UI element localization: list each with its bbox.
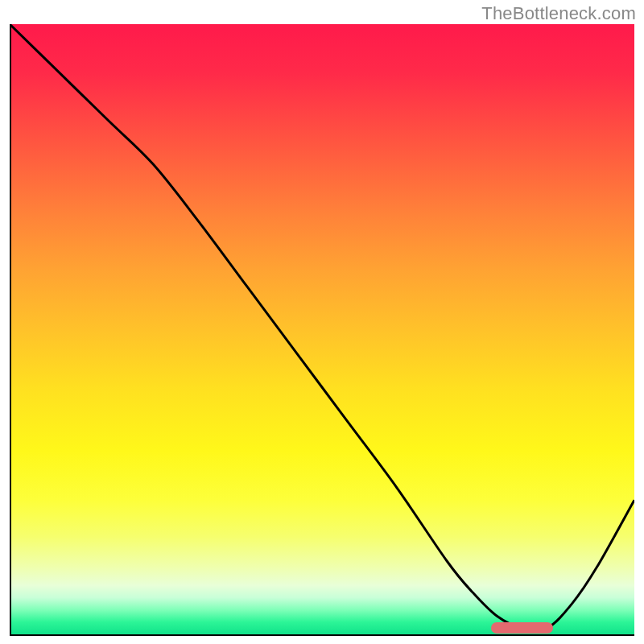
y-axis	[10, 24, 11, 634]
optimal-range-marker	[491, 622, 554, 634]
watermark-text: TheBottleneck.com	[481, 3, 636, 24]
x-axis	[10, 634, 634, 636]
chart-container: TheBottleneck.com	[0, 0, 644, 644]
plot-area	[10, 24, 634, 634]
curve-path	[10, 24, 634, 630]
bottleneck-curve	[10, 24, 634, 634]
